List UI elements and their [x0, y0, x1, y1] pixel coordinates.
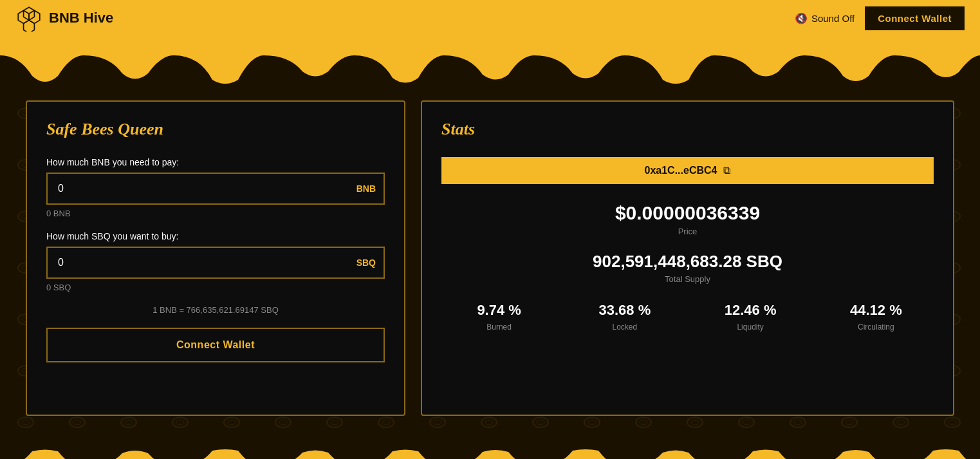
price-label: Price	[441, 227, 934, 236]
bnb-balance: 0 BNB	[46, 209, 385, 218]
bottom-drip-svg	[0, 448, 980, 459]
main-content: Safe Bees Queen How much BNB you need to…	[0, 88, 980, 448]
logo-text: BNB Hive	[49, 10, 113, 26]
address-bar[interactable]: 0xa1C...eCBC4 ⧉	[441, 157, 934, 184]
stat-pct: 33.68 %	[567, 302, 682, 319]
bottom-drip	[0, 448, 980, 459]
stat-name: Liqudity	[693, 323, 808, 332]
sbq-input-group: SBQ	[46, 247, 385, 279]
supply-label: Total Supply	[441, 274, 934, 284]
bnb-field-label: How much BNB you need to pay:	[46, 157, 385, 167]
stat-pct: 9.74 %	[441, 302, 557, 319]
left-card: Safe Bees Queen How much BNB you need to…	[26, 100, 405, 416]
stat-name: Locked	[567, 323, 682, 332]
left-card-title: Safe Bees Queen	[46, 120, 385, 139]
sbq-balance: 0 SBQ	[46, 283, 385, 292]
price-value: $0.00000036339	[441, 202, 934, 224]
svg-marker-3	[24, 20, 35, 32]
sbq-input[interactable]	[46, 247, 385, 279]
bnb-input-group: BNB	[46, 173, 385, 205]
bnb-input[interactable]	[46, 173, 385, 205]
cards-container: Safe Bees Queen How much BNB you need to…	[26, 100, 954, 416]
logo-area: BNB Hive	[15, 5, 113, 32]
stat-name: Burned	[441, 323, 557, 332]
stat-name: Circulating	[818, 323, 934, 332]
stat-pct: 44.12 %	[818, 302, 934, 319]
stat-item: 12.46 %Liqudity	[693, 302, 808, 332]
sound-off-button[interactable]: 🔇 Sound Off	[795, 12, 855, 24]
right-card: Stats 0xa1C...eCBC4 ⧉ $0.00000036339 Pri…	[421, 100, 954, 416]
header-right: 🔇 Sound Off Connect Wallet	[795, 6, 965, 30]
drip-svg	[0, 36, 980, 88]
stat-item: 9.74 %Burned	[441, 302, 557, 332]
connect-wallet-card-button[interactable]: Connect Wallet	[46, 328, 385, 362]
sbq-field-label: How much SBQ you want to buy:	[46, 231, 385, 241]
bnb-suffix: BNB	[356, 183, 376, 194]
connect-wallet-header-button[interactable]: Connect Wallet	[865, 6, 965, 30]
rate-text: 1 BNB = 766,635,621.69147 SBQ	[46, 305, 385, 315]
copy-icon: ⧉	[723, 165, 730, 176]
sound-icon: 🔇	[795, 12, 808, 24]
supply-value: 902,591,448,683.28 SBQ	[441, 252, 934, 272]
stats-title: Stats	[441, 120, 934, 139]
header: BNB Hive 🔇 Sound Off Connect Wallet	[0, 0, 980, 36]
sound-off-label: Sound Off	[811, 13, 855, 24]
stat-item: 33.68 %Locked	[567, 302, 682, 332]
stats-grid: 9.74 %Burned33.68 %Locked12.46 %Liqudity…	[441, 302, 934, 332]
sbq-suffix: SBQ	[356, 258, 376, 268]
top-drip	[0, 36, 980, 88]
address-text: 0xa1C...eCBC4	[645, 165, 717, 176]
stat-pct: 12.46 %	[693, 302, 808, 319]
logo-icon	[15, 5, 42, 32]
stat-item: 44.12 %Circulating	[818, 302, 934, 332]
